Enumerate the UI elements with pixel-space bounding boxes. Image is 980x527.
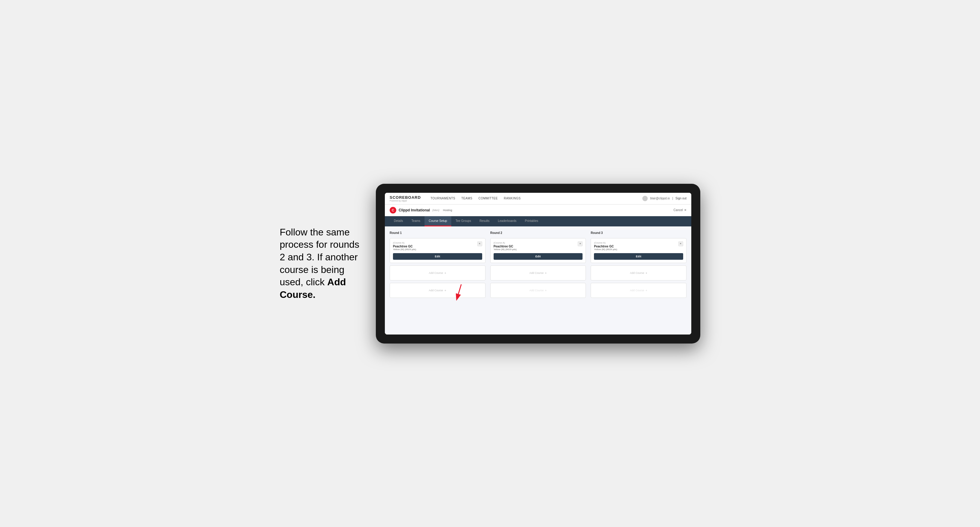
round-1-add-course-1[interactable]: Add Course +	[390, 265, 485, 281]
logo-main: SCOREBOARD	[390, 195, 421, 200]
add-course-label-3: Add Course +	[529, 271, 547, 275]
round-2-add-course-2: Add Course +	[490, 283, 586, 298]
tab-details[interactable]: Details	[390, 216, 407, 226]
instruction-text: Follow the same process for rounds 2 and…	[280, 226, 364, 301]
add-course-label-2: Add Course +	[429, 289, 446, 292]
nav-link-tournaments[interactable]: TOURNAMENTS	[431, 197, 455, 200]
add-course-label-1: Add Course +	[429, 271, 446, 275]
tablet-frame: SCOREBOARD Powered by clippd TOURNAMENTS…	[376, 184, 700, 343]
top-nav: SCOREBOARD Powered by clippd TOURNAMENTS…	[385, 193, 691, 205]
page-wrapper: Follow the same process for rounds 2 and…	[280, 184, 700, 343]
x-icon-3: ✕	[679, 242, 682, 245]
nav-separator: |	[672, 197, 673, 200]
scoreboard-logo: SCOREBOARD Powered by clippd	[390, 195, 421, 202]
tab-tee-groups[interactable]: Tee Groups	[451, 216, 475, 226]
round-3-title: Round 3	[591, 231, 686, 235]
round-3-add-course-2: Add Course +	[591, 283, 686, 298]
add-course-text-5: Add Course	[630, 271, 644, 275]
plus-icon-3: +	[545, 271, 547, 275]
tab-leaderboards[interactable]: Leaderboards	[493, 216, 521, 226]
nav-right: blair@clippd.io | Sign out	[642, 196, 686, 201]
sub-header: C Clippd Invitational (Men) Hosting Canc…	[385, 205, 691, 216]
tab-course-setup[interactable]: Course Setup	[425, 216, 451, 226]
course-remove-icon-3[interactable]: ✕	[678, 241, 683, 246]
course-details: Yellow (M) (6629 yds)	[393, 248, 477, 251]
round-2-column: Round 2 (Course A) Peachtree GC Yellow (…	[490, 231, 586, 298]
round-1-column: Round 1 (Course A) Peachtree GC Yellow (…	[390, 231, 485, 298]
course-label-3: (Course A)	[594, 241, 678, 244]
course-name-3: Peachtree GC	[594, 245, 678, 248]
close-icon: ✕	[684, 208, 686, 212]
add-course-text: Add Course	[429, 271, 443, 275]
nav-link-committee[interactable]: COMMITTEE	[478, 197, 498, 200]
course-remove-icon-2[interactable]: ✕	[578, 241, 582, 246]
nav-links: TOURNAMENTS TEAMS COMMITTEE RANKINGS	[431, 197, 635, 200]
plus-icon-5: +	[645, 271, 647, 275]
round-1-title: Round 1	[390, 231, 485, 235]
course-label-2: (Course A)	[493, 241, 578, 244]
add-course-text-4: Add Course	[529, 289, 544, 292]
course-remove-icon[interactable]: ✕	[477, 241, 482, 246]
course-name-2: Peachtree GC	[493, 245, 578, 248]
user-avatar	[642, 196, 648, 201]
hosting-badge: Hosting	[443, 209, 452, 212]
round-2-edit-button[interactable]: Edit	[493, 253, 583, 260]
tablet-screen: SCOREBOARD Powered by clippd TOURNAMENTS…	[385, 193, 691, 335]
course-card-header: (Course A) Peachtree GC Yellow (M) (6629…	[393, 241, 482, 253]
add-course-text-2: Add Course	[429, 289, 443, 292]
round-1-add-course-2[interactable]: Add Course +	[390, 283, 485, 298]
tab-teams[interactable]: Teams	[407, 216, 425, 226]
course-details-3: Yellow (M) (6629 yds)	[594, 248, 678, 251]
logo-sub: Powered by clippd	[390, 200, 421, 202]
tournament-tag: (Men)	[432, 209, 439, 212]
add-course-label-4: Add Course +	[529, 289, 547, 292]
add-course-label-6: Add Course +	[630, 289, 648, 292]
tab-bar: Details Teams Course Setup Tee Groups Re…	[385, 216, 691, 226]
round-3-column: Round 3 (Course A) Peachtree GC Yellow (…	[591, 231, 686, 298]
add-course-label-5: Add Course +	[630, 271, 648, 275]
sign-out-link[interactable]: Sign out	[675, 197, 686, 200]
round-3-add-course-1[interactable]: Add Course +	[591, 265, 686, 281]
tab-results[interactable]: Results	[475, 216, 493, 226]
plus-icon-2: +	[444, 289, 446, 292]
main-content: Round 1 (Course A) Peachtree GC Yellow (…	[385, 226, 691, 335]
add-course-text-6: Add Course	[630, 289, 644, 292]
plus-icon: +	[444, 271, 446, 275]
course-card-info-3: (Course A) Peachtree GC Yellow (M) (6629…	[594, 241, 678, 253]
course-card-header-2: (Course A) Peachtree GC Yellow (M) (6629…	[493, 241, 583, 253]
round-2-add-course-1[interactable]: Add Course +	[490, 265, 586, 281]
plus-icon-4: +	[545, 289, 547, 292]
round-3-course-card: (Course A) Peachtree GC Yellow (M) (6629…	[591, 238, 686, 263]
nav-link-rankings[interactable]: RANKINGS	[504, 197, 521, 200]
x-icon: ✕	[479, 242, 481, 245]
sub-header-left: C Clippd Invitational (Men) Hosting	[390, 207, 452, 214]
x-icon-2: ✕	[579, 242, 581, 245]
tournament-name: Clippd Invitational	[399, 208, 430, 212]
user-email: blair@clippd.io	[650, 197, 670, 200]
round-3-edit-button[interactable]: Edit	[594, 253, 683, 260]
course-card-header-3: (Course A) Peachtree GC Yellow (M) (6629…	[594, 241, 683, 253]
course-name: Peachtree GC	[393, 245, 477, 248]
tab-printables[interactable]: Printables	[521, 216, 542, 226]
course-card-info: (Course A) Peachtree GC Yellow (M) (6629…	[393, 241, 477, 253]
course-card-info-2: (Course A) Peachtree GC Yellow (M) (6629…	[493, 241, 578, 253]
add-course-text-3: Add Course	[529, 271, 544, 275]
instruction-bold: Add Course.	[280, 276, 346, 300]
clippd-icon: C	[390, 207, 396, 214]
rounds-grid: Round 1 (Course A) Peachtree GC Yellow (…	[390, 231, 686, 298]
round-2-course-card: (Course A) Peachtree GC Yellow (M) (6629…	[490, 238, 586, 263]
course-label: (Course A)	[393, 241, 477, 244]
cancel-button[interactable]: Cancel ✕	[674, 208, 686, 212]
round-1-edit-button[interactable]: Edit	[393, 253, 482, 260]
round-1-course-card: (Course A) Peachtree GC Yellow (M) (6629…	[390, 238, 485, 263]
nav-link-teams[interactable]: TEAMS	[461, 197, 472, 200]
round-2-title: Round 2	[490, 231, 586, 235]
plus-icon-6: +	[645, 289, 647, 292]
course-details-2: Yellow (M) (6629 yds)	[493, 248, 578, 251]
